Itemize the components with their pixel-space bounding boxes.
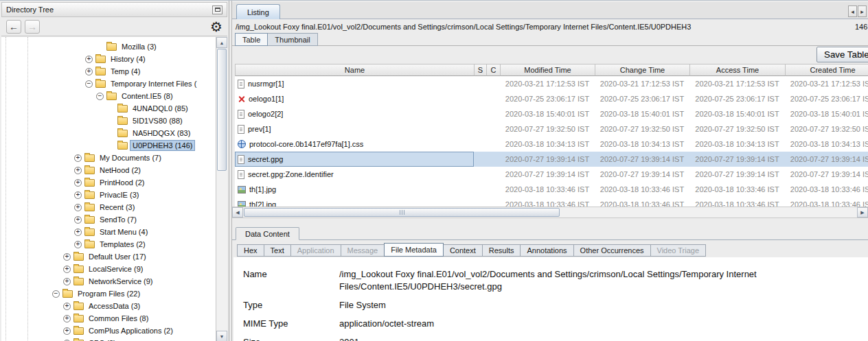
expand-node-icon[interactable]: + bbox=[74, 167, 82, 174]
tree-item[interactable]: −Program Files (22) bbox=[1, 287, 216, 300]
expand-node-icon[interactable]: + bbox=[74, 204, 82, 211]
scroll-left-button[interactable]: ◀ bbox=[232, 207, 243, 217]
tree-item[interactable]: +ComPlus Applications (2) bbox=[1, 325, 216, 337]
access-time-cell: 2020-07-25 23:06:17 IST bbox=[689, 91, 785, 106]
scroll-up-button[interactable]: ▲ bbox=[216, 37, 227, 48]
tree-item[interactable]: +LocalService (9) bbox=[1, 263, 216, 275]
tree-item[interactable]: +NetworkService (9) bbox=[1, 275, 216, 287]
tree-item[interactable]: 5ID1VS80 (88) bbox=[1, 115, 216, 127]
forward-button[interactable]: → bbox=[25, 20, 40, 34]
table-row[interactable]: oelogo2[2]2020-03-18 15:40:01 IST2020-03… bbox=[235, 106, 868, 121]
tree-item[interactable]: +NetHood (2) bbox=[1, 164, 216, 176]
tree-options-button[interactable]: ⚙ bbox=[210, 20, 222, 34]
tab-context[interactable]: Context bbox=[443, 244, 483, 257]
field-value: /img_Lookout Foxy final.E01/vol_vol2/Doc… bbox=[339, 268, 851, 293]
view-tabs-divider bbox=[232, 45, 868, 46]
tree-vertical-scrollbar[interactable]: ▲ ▼ bbox=[216, 37, 227, 341]
expand-node-icon[interactable]: + bbox=[74, 228, 82, 236]
tab-listing[interactable]: Listing bbox=[236, 4, 280, 19]
tree-item[interactable]: U0PDHEH3 (146) bbox=[1, 139, 216, 152]
table-row[interactable]: secret.gpg2020-07-27 19:39:14 IST2020-07… bbox=[235, 152, 868, 167]
tree-item[interactable]: +Temp (4) bbox=[1, 65, 216, 78]
tree-item[interactable]: +Templates (2) bbox=[1, 238, 216, 250]
tree-item[interactable]: +Default User (17) bbox=[1, 250, 216, 263]
tab-scroll-left-button[interactable]: ◂ bbox=[848, 5, 857, 17]
created-time-cell: 2020-07-27 19:39:14 IST bbox=[785, 152, 868, 167]
tree-item[interactable]: +History (4) bbox=[1, 53, 216, 65]
expand-node-icon[interactable]: + bbox=[63, 315, 71, 322]
expand-node-icon[interactable]: + bbox=[74, 191, 82, 199]
tree-item[interactable]: −Temporary Internet Files ( bbox=[1, 78, 216, 90]
tree-item-label: History (4) bbox=[108, 54, 148, 64]
tree-item[interactable]: +Recent (3) bbox=[1, 201, 216, 213]
table-row[interactable]: secret.gpg:Zone.Identifier2020-07-27 19:… bbox=[235, 167, 868, 182]
tree-item[interactable]: +My Documents (7) bbox=[1, 152, 216, 164]
modified-time-cell: 2020-07-27 19:39:14 IST bbox=[500, 152, 595, 167]
tree-item-label: Default User (17) bbox=[87, 252, 148, 261]
scroll-right-button[interactable]: ▶ bbox=[857, 207, 868, 217]
tab-other-occurrences[interactable]: Other Occurrences bbox=[573, 244, 651, 257]
tree-item[interactable]: NA5HDQGX (83) bbox=[1, 127, 216, 139]
tree-item[interactable]: +CPC (3) bbox=[1, 337, 216, 341]
collapse-node-icon[interactable]: − bbox=[96, 93, 104, 100]
table-row[interactable]: nusrmgr[1]2020-03-21 17:12:53 IST2020-03… bbox=[235, 76, 868, 91]
tab-annotations[interactable]: Annotations bbox=[520, 244, 573, 257]
table-row[interactable]: prev[1]2020-07-27 19:32:50 IST2020-07-27… bbox=[235, 121, 868, 137]
collapse-node-icon[interactable]: − bbox=[85, 80, 93, 88]
tree-item[interactable]: +Common Files (8) bbox=[1, 312, 216, 325]
tree-scrollbar-thumb[interactable] bbox=[217, 49, 227, 171]
back-button[interactable]: ← bbox=[6, 20, 21, 34]
tab-scroll-right-button[interactable]: ▸ bbox=[858, 5, 867, 17]
tab-thumbnail[interactable]: Thumbnail bbox=[267, 33, 317, 46]
column-header-s[interactable]: S bbox=[475, 64, 487, 76]
column-header-created-time[interactable]: Created Time bbox=[786, 64, 868, 76]
tab-table[interactable]: Table bbox=[235, 33, 268, 46]
tree-item[interactable]: +AccessData (3) bbox=[1, 300, 216, 312]
column-header-change-time[interactable]: Change Time bbox=[595, 64, 690, 76]
created-time-cell: 2020-07-27 19:32:50 IST bbox=[785, 121, 868, 137]
tree-item[interactable]: +Start Menu (4) bbox=[1, 226, 216, 238]
directory-tree-title: Directory Tree bbox=[6, 5, 54, 14]
scroll-down-button[interactable]: ▼ bbox=[216, 331, 227, 341]
expand-node-icon[interactable]: + bbox=[85, 56, 93, 63]
column-header-name[interactable]: Name bbox=[236, 64, 475, 76]
minimize-panel-button[interactable] bbox=[212, 5, 222, 14]
expand-node-icon[interactable]: + bbox=[74, 154, 82, 162]
expand-node-icon[interactable]: + bbox=[74, 241, 82, 248]
tab-file-metadata[interactable]: File Metadata bbox=[384, 243, 444, 257]
expand-node-icon[interactable]: + bbox=[85, 68, 93, 75]
expand-node-icon[interactable]: + bbox=[63, 303, 71, 310]
tab-results[interactable]: Results bbox=[482, 244, 521, 257]
table-horizontal-scrollbar[interactable]: ◀ ▶ bbox=[232, 207, 868, 218]
tree-item[interactable]: +SendTo (7) bbox=[1, 213, 216, 226]
tree-item[interactable]: +PrintHood (2) bbox=[1, 176, 216, 189]
score-cell bbox=[474, 106, 486, 121]
expand-node-icon[interactable]: + bbox=[74, 179, 82, 187]
table-row[interactable]: protocol-core.0b1417ef97fa[1].css2020-03… bbox=[235, 137, 868, 152]
table-row[interactable]: th[1].jpg2020-03-18 10:33:46 IST2020-03-… bbox=[235, 182, 868, 197]
column-header-access-time[interactable]: Access Time bbox=[690, 64, 786, 76]
document-tabstrip: Listing ◂ ▸ bbox=[232, 2, 868, 19]
tree-item[interactable]: −Content.IE5 (8) bbox=[1, 90, 216, 102]
hscrollbar-thumb[interactable] bbox=[244, 208, 560, 217]
tree-item[interactable]: Mozilla (3) bbox=[1, 40, 216, 53]
expand-node-icon[interactable]: + bbox=[74, 216, 82, 224]
collapse-node-icon[interactable]: − bbox=[52, 290, 60, 298]
tree-item[interactable]: 4UNADQL0 (85) bbox=[1, 102, 216, 115]
column-header-c[interactable]: C bbox=[487, 64, 501, 76]
tab-data-content[interactable]: Data Content bbox=[236, 227, 299, 240]
tab-hex[interactable]: Hex bbox=[237, 244, 264, 257]
column-header-modified-time[interactable]: Modified Time bbox=[501, 64, 595, 76]
expand-node-icon[interactable]: + bbox=[63, 253, 71, 261]
save-table-button[interactable]: Save Table as CSV bbox=[816, 47, 868, 62]
tab-text[interactable]: Text bbox=[264, 244, 291, 257]
table-row[interactable]: oelogo1[1]2020-07-25 23:06:17 IST2020-07… bbox=[235, 91, 868, 106]
tree-item-label: SendTo (7) bbox=[98, 215, 139, 224]
expand-node-icon[interactable]: + bbox=[63, 266, 71, 273]
tree-item[interactable]: +PrivacIE (3) bbox=[1, 189, 216, 201]
table-row[interactable]: th[2].jpg2020-03-18 10:33:46 IST2020-03-… bbox=[235, 197, 868, 207]
comment-cell bbox=[486, 106, 500, 121]
expand-node-icon[interactable]: + bbox=[63, 327, 71, 335]
left-arrow-icon: ◂ bbox=[851, 8, 854, 15]
expand-node-icon[interactable]: + bbox=[63, 278, 71, 285]
